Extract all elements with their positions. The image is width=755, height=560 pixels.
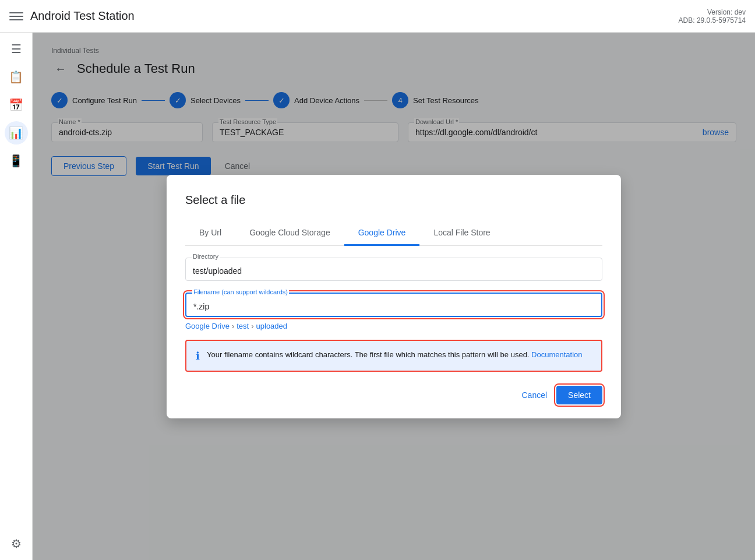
directory-input[interactable] <box>193 266 595 276</box>
layout: ☰ 📋 📅 📊 📱 ⚙ Individual Tests ← Schedule … <box>0 33 755 560</box>
settings-icon: ⚙ <box>11 537 22 551</box>
tab-by-url[interactable]: By Url <box>185 221 235 246</box>
modal-title: Select a file <box>185 193 602 207</box>
wildcard-info-box: ℹ Your filename contains wildcard charac… <box>185 340 602 372</box>
sidebar-item-tests[interactable]: ☰ <box>5 37 28 61</box>
topbar: Android Test Station Version: dev ADB: 2… <box>0 0 755 33</box>
modal-select-button[interactable]: Select <box>556 386 602 404</box>
tests-icon: ☰ <box>11 42 22 56</box>
menu-icon[interactable] <box>9 9 23 23</box>
tab-google-cloud[interactable]: Google Cloud Storage <box>235 221 344 246</box>
directory-label: Directory <box>192 253 220 260</box>
sidebar-item-schedule[interactable]: 📋 <box>5 65 28 89</box>
info-text: Your filename contains wildcard characte… <box>207 349 583 361</box>
sidebar-item-devices[interactable]: 📱 <box>5 149 28 172</box>
filename-field: Filename (can support wildcards) <box>185 293 602 317</box>
version-info: Version: dev ADB: 29.0.5-5975714 <box>679 8 746 24</box>
directory-field: Directory <box>185 258 602 281</box>
modal-path-breadcrumb: Google Drive › test › uploaded <box>185 322 602 330</box>
tab-local-file[interactable]: Local File Store <box>419 221 504 246</box>
app-title: Android Test Station <box>30 9 135 23</box>
info-icon: ℹ <box>196 350 200 362</box>
tab-google-drive[interactable]: Google Drive <box>344 221 420 246</box>
breadcrumb-test[interactable]: test <box>237 322 249 330</box>
sidebar-item-settings[interactable]: ⚙ <box>5 532 28 555</box>
main-content: Individual Tests ← Schedule a Test Run C… <box>33 33 755 560</box>
modal-overlay: Select a file By Url Google Cloud Storag… <box>33 33 755 560</box>
topbar-left: Android Test Station <box>9 9 135 23</box>
calendar-icon: 📅 <box>9 98 23 112</box>
sidebar-item-analytics[interactable]: 📊 <box>5 121 28 145</box>
modal-tabs: By Url Google Cloud Storage Google Drive… <box>185 221 602 246</box>
breadcrumb-google-drive[interactable]: Google Drive <box>185 322 230 330</box>
modal-cancel-button[interactable]: Cancel <box>521 390 547 400</box>
analytics-icon: 📊 <box>9 126 23 140</box>
breadcrumb-sep-1: › <box>232 322 234 330</box>
breadcrumb-uploaded[interactable]: uploaded <box>256 322 288 330</box>
sidebar: ☰ 📋 📅 📊 📱 ⚙ <box>0 33 33 560</box>
schedule-icon: 📋 <box>9 70 23 84</box>
filename-label: Filename (can support wildcards) <box>192 288 289 295</box>
devices-icon: 📱 <box>9 154 23 168</box>
sidebar-item-calendar[interactable]: 📅 <box>5 93 28 117</box>
select-file-modal: Select a file By Url Google Cloud Storag… <box>167 175 621 418</box>
breadcrumb-sep-2: › <box>251 322 253 330</box>
filename-input[interactable] <box>193 302 594 311</box>
documentation-link[interactable]: Documentation <box>531 350 582 359</box>
modal-actions: Cancel Select <box>185 386 602 404</box>
